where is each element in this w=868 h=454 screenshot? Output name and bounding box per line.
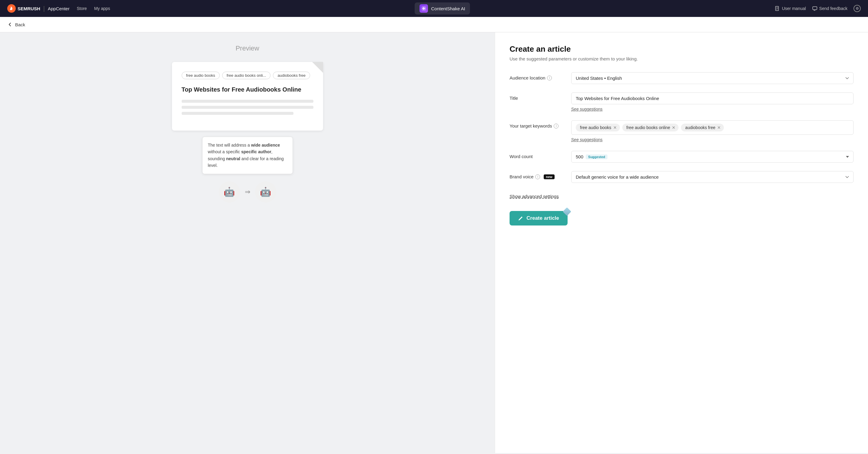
- brand-voice-control: Default generic voice for a wide audienc…: [571, 171, 854, 183]
- robot-2: 🤖: [255, 181, 276, 203]
- semrush-logo-text: SEMRUSH: [18, 6, 40, 11]
- settings-icon[interactable]: ⚙: [854, 5, 861, 12]
- chip-remove-3[interactable]: ✕: [717, 125, 721, 130]
- keyword-tag-1: free audio books: [182, 72, 220, 79]
- keyword-chip-2: free audio books online ✕: [622, 124, 679, 131]
- back-arrow-icon: [7, 22, 13, 27]
- preview-card: free audio books free audio books onli..…: [172, 62, 323, 130]
- user-manual-link[interactable]: User manual: [775, 6, 806, 11]
- title-row: Title See suggestions: [509, 92, 854, 112]
- myapps-link[interactable]: My apps: [94, 6, 110, 11]
- brand-voice-info-icon[interactable]: i: [535, 174, 540, 179]
- panel-subtitle: Use the suggested parameters or customiz…: [509, 56, 854, 61]
- semrush-brand[interactable]: SEMRUSH | AppCenter: [7, 4, 69, 13]
- brand-voice-new-badge: new: [544, 174, 554, 179]
- tooltip-bold-2: specific author: [241, 149, 271, 154]
- back-button[interactable]: Back: [7, 22, 25, 27]
- robot-arrow: ⇒: [245, 188, 250, 196]
- word-count-value: 500: [576, 154, 583, 159]
- book-icon: [775, 6, 780, 11]
- word-count-control: 500 Suggested: [571, 151, 854, 162]
- navbar-right: User manual Send feedback ⚙: [775, 5, 861, 12]
- preview-line-2: [182, 106, 313, 109]
- preview-corner: [312, 62, 323, 73]
- keyword-tags: free audio books free audio books onli..…: [182, 72, 313, 79]
- keyword-chips-container: free audio books ✕ free audio books onli…: [571, 120, 854, 135]
- app-pill: ContentShake AI: [415, 2, 470, 14]
- suggested-badge: Suggested: [586, 154, 608, 159]
- audience-location-label: Audience location i: [509, 72, 564, 81]
- chip-label-3: audiobooks free: [685, 125, 715, 130]
- preview-line-3: [182, 112, 294, 115]
- keyword-chip-1: free audio books ✕: [576, 124, 620, 131]
- keywords-control: free audio books ✕ free audio books onli…: [571, 120, 854, 142]
- title-control: See suggestions: [571, 92, 854, 112]
- back-label: Back: [15, 22, 25, 27]
- audience-location-row: Audience location i United States • Engl…: [509, 72, 854, 84]
- send-feedback-link[interactable]: Send feedback: [812, 6, 847, 11]
- keyword-chip-3: audiobooks free ✕: [681, 124, 724, 131]
- title-label: Title: [509, 92, 564, 101]
- navbar: SEMRUSH | AppCenter Store My apps Conten…: [0, 0, 868, 17]
- right-panel: Create an article Use the suggested para…: [495, 32, 868, 453]
- preview-heading: Top Websites for Free Audiobooks Online: [182, 85, 313, 94]
- show-advanced-settings[interactable]: Show advanced settings: [509, 194, 559, 199]
- preview-line-1: [182, 100, 313, 103]
- create-article-button[interactable]: Create article: [509, 211, 567, 225]
- appcenter-label: AppCenter: [48, 6, 69, 11]
- target-keywords-label: Your target keywords i: [509, 120, 564, 128]
- navbar-center: ContentShake AI: [117, 2, 767, 14]
- keyword-tag-2: free audio books onli...: [222, 72, 271, 79]
- preview-lines: [182, 100, 313, 115]
- audience-location-select[interactable]: United States • English United Kingdom •…: [571, 72, 854, 84]
- create-article-label: Create article: [526, 215, 559, 221]
- app-icon: [420, 4, 428, 13]
- keyword-tag-3: audiobooks free: [273, 72, 310, 79]
- robot-1: 🤖: [219, 181, 240, 203]
- app-name: ContentShake AI: [431, 6, 465, 11]
- keywords-info-icon[interactable]: i: [554, 124, 559, 128]
- diamond-badge: [563, 207, 571, 216]
- feedback-icon: [812, 6, 817, 11]
- target-keywords-row: Your target keywords i free audio books …: [509, 120, 854, 142]
- tooltip-bold-3: neutral: [226, 156, 240, 161]
- word-count-select[interactable]: 500 Suggested: [571, 151, 854, 162]
- panel-title: Create an article: [509, 44, 854, 54]
- chip-label-1: free audio books: [580, 125, 612, 130]
- tooltip-text-2: without a specific: [208, 149, 242, 154]
- word-count-row: Word count 500 Suggested: [509, 151, 854, 162]
- see-suggestions-title[interactable]: See suggestions: [571, 107, 602, 112]
- preview-tooltip: The text will address a wide audience wi…: [202, 137, 293, 174]
- preview-panel: Preview free audio books free audio book…: [0, 32, 495, 453]
- back-bar: Back: [0, 17, 868, 32]
- tooltip-bold-1: wide audience: [251, 143, 280, 148]
- main-content: Preview free audio books free audio book…: [0, 32, 868, 453]
- chip-remove-2[interactable]: ✕: [672, 125, 676, 130]
- title-input[interactable]: [571, 92, 854, 104]
- store-link[interactable]: Store: [77, 6, 87, 11]
- brand-voice-select[interactable]: Default generic voice for a wide audienc…: [571, 171, 854, 183]
- preview-title: Preview: [236, 44, 259, 52]
- brand-voice-row: Brand voice i new Default generic voice …: [509, 171, 854, 183]
- chip-remove-1[interactable]: ✕: [613, 125, 617, 130]
- audience-info-icon[interactable]: i: [547, 75, 552, 81]
- user-manual-label: User manual: [782, 6, 806, 11]
- nav-divider: |: [43, 5, 45, 12]
- svg-rect-3: [813, 7, 817, 10]
- pencil-sparkle-icon: [518, 215, 523, 221]
- brand-voice-label: Brand voice i new: [509, 171, 564, 179]
- word-count-label: Word count: [509, 151, 564, 159]
- audience-location-control: United States • English United Kingdom •…: [571, 72, 854, 84]
- tooltip-text-1: The text will address a: [208, 143, 251, 148]
- send-feedback-label: Send feedback: [819, 6, 847, 11]
- see-suggestions-keywords[interactable]: See suggestions: [571, 137, 602, 142]
- robots-row: 🤖 ⇒ 🤖: [219, 181, 276, 203]
- chip-label-2: free audio books online: [626, 125, 670, 130]
